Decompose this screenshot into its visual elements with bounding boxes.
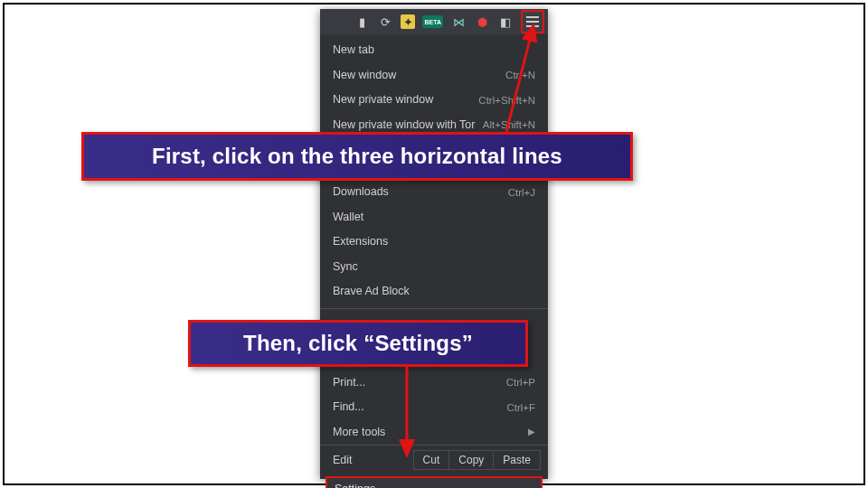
edit-label: Edit xyxy=(333,454,414,466)
menu-item-new-window[interactable]: New window Ctrl+N xyxy=(320,63,548,89)
callout-text: Then, click “Settings” xyxy=(243,331,473,356)
menu-item-wallet[interactable]: Wallet xyxy=(320,205,548,230)
menu-item-label: Brave Ad Block xyxy=(333,284,410,300)
menu-item-shortcut: Ctrl+F xyxy=(506,400,535,415)
paste-button[interactable]: Paste xyxy=(493,450,541,470)
menu-item-label: Print... xyxy=(333,375,365,391)
menu-item-label: Extensions xyxy=(333,234,388,250)
instruction-callout-2: Then, click “Settings” xyxy=(188,320,528,367)
menu-item-settings[interactable]: Settings xyxy=(326,476,542,488)
menu-item-label: New tab xyxy=(333,42,374,59)
menu-item-label: Wallet xyxy=(333,210,363,226)
menu-item-downloads[interactable]: Downloads Ctrl+J xyxy=(320,180,548,205)
menu-item-label: Find... xyxy=(333,399,364,416)
menu-item-label: New private window with Tor xyxy=(333,117,475,134)
menu-item-shortcut: Alt+Shift+N xyxy=(483,117,535,132)
next-icon[interactable]: ⋈ xyxy=(450,14,467,30)
menu-item-label: Settings xyxy=(335,483,375,488)
menu-item-label: New window xyxy=(333,68,396,84)
app-icon[interactable]: ✦ xyxy=(401,14,415,29)
instruction-callout-1: First, click on the three horizontal lin… xyxy=(81,132,633,181)
menu-item-label: Downloads xyxy=(333,184,389,201)
menu-item-label: More tools xyxy=(333,425,385,441)
menu-item-new-tab[interactable]: New tab xyxy=(320,38,548,63)
menu-item-shortcut: Ctrl+J xyxy=(508,185,535,200)
menu-separator xyxy=(320,308,548,309)
menu-item-shortcut: Ctrl+Shift+N xyxy=(478,93,535,108)
browser-menu-panel: ▮ ⟳ ✦ BETA ⋈ ⬢ ◧ New tab New window Ctrl… xyxy=(320,9,548,479)
menu-item-find[interactable]: Find... Ctrl+F xyxy=(320,395,548,420)
menu-item-sync[interactable]: Sync xyxy=(320,255,548,280)
extension-toolbar: ▮ ⟳ ✦ BETA ⋈ ⬢ ◧ xyxy=(320,9,548,34)
chevron-right-icon: ▶ xyxy=(528,426,535,438)
menu-item-more-tools[interactable]: More tools ▶ xyxy=(320,420,548,446)
more-icon[interactable]: ◧ xyxy=(497,14,514,30)
menu-item-new-private[interactable]: New private window Ctrl+Shift+N xyxy=(320,88,548,113)
hamburger-icon xyxy=(526,16,539,27)
shield-icon[interactable]: ⬢ xyxy=(474,14,490,30)
play-icon[interactable]: ▮ xyxy=(354,14,370,30)
hamburger-menu-button[interactable] xyxy=(521,10,544,33)
callout-text: First, click on the three horizontal lin… xyxy=(152,144,562,169)
menu-item-print[interactable]: Print... Ctrl+P xyxy=(320,371,548,396)
menu-item-shortcut: Ctrl+N xyxy=(505,68,535,82)
menu-item-label: New private window xyxy=(333,92,433,108)
menu-item-extensions[interactable]: Extensions xyxy=(320,230,548,255)
beta-badge-icon[interactable]: BETA xyxy=(422,15,443,28)
menu-body: New tab New window Ctrl+N New private wi… xyxy=(320,34,548,488)
edit-row: Edit Cut Copy Paste xyxy=(320,445,548,474)
copy-button[interactable]: Copy xyxy=(448,450,494,470)
refresh-icon[interactable]: ⟳ xyxy=(377,14,393,30)
menu-item-ad-block[interactable]: Brave Ad Block xyxy=(320,279,548,305)
cut-button[interactable]: Cut xyxy=(413,450,450,470)
menu-item-shortcut: Ctrl+P xyxy=(506,375,535,389)
menu-item-label: Sync xyxy=(333,259,358,276)
